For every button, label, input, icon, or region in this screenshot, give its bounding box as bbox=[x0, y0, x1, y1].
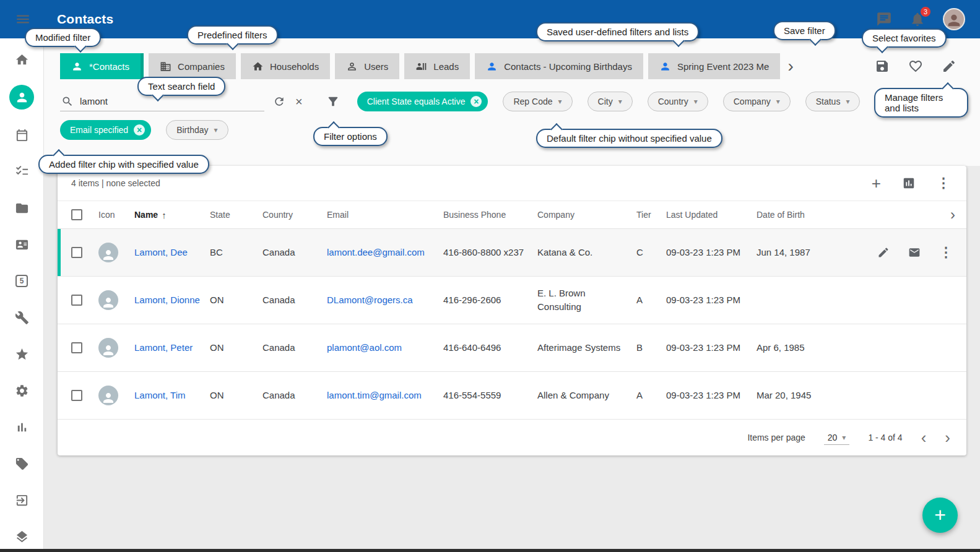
nav-favorites-icon[interactable] bbox=[11, 343, 33, 365]
callout-added-filter-chip: Added filter chip with specified value bbox=[38, 155, 209, 174]
row-email-envelope-icon[interactable] bbox=[908, 246, 921, 259]
chip-label: City bbox=[598, 97, 613, 106]
app-window: Contacts 3 5 bbox=[0, 0, 980, 552]
contact-name-link[interactable]: Lamont, Tim bbox=[134, 390, 186, 400]
chip-remove-icon[interactable]: × bbox=[134, 124, 145, 136]
clear-search-icon[interactable]: × bbox=[295, 95, 303, 108]
field-chip-country[interactable]: Country ▾ bbox=[648, 92, 708, 111]
main-area: *Contacts Companies Households Users Lea… bbox=[44, 38, 980, 549]
applied-chip-client-state[interactable]: Client State equals Active × bbox=[357, 92, 488, 111]
tab-label: *Contacts bbox=[89, 61, 129, 72]
row-checkbox[interactable] bbox=[71, 247, 82, 258]
cell-company: Afterimage Systems bbox=[537, 341, 636, 355]
tab-overflow-chevron-icon[interactable]: › bbox=[787, 58, 793, 75]
nav-settings-icon[interactable] bbox=[11, 379, 33, 402]
list-toolbar-icons: + ⋮ bbox=[872, 175, 953, 191]
contact-name-link[interactable]: Lamont, Peter bbox=[134, 342, 193, 353]
tab-label: Leads bbox=[433, 61, 459, 72]
field-chip-birthday[interactable]: Birthday ▾ bbox=[166, 120, 228, 140]
notifications-bell[interactable]: 3 bbox=[909, 11, 926, 27]
table-row[interactable]: Lamont, Dionne ON Canada DLamont@rogers.… bbox=[58, 277, 966, 324]
cell-dob: Apr 6, 1985 bbox=[757, 341, 849, 355]
contact-email-link[interactable]: lamont.dee@gmail.com bbox=[327, 247, 425, 257]
tab-saved-birthdays[interactable]: Contacts - Upcoming Birthdays bbox=[475, 53, 643, 79]
chat-icon[interactable] bbox=[876, 11, 892, 27]
row-edit-pencil-icon[interactable] bbox=[877, 246, 890, 259]
person-blue-icon bbox=[659, 61, 671, 72]
filter-funnel-icon[interactable] bbox=[326, 95, 340, 108]
menu-icon[interactable] bbox=[15, 11, 31, 27]
contact-name-link[interactable]: Lamont, Dee bbox=[134, 247, 188, 257]
select-all-checkbox[interactable] bbox=[71, 209, 82, 220]
cell-country: Canada bbox=[262, 389, 327, 402]
refresh-icon[interactable] bbox=[273, 95, 285, 108]
callout-modified-filter: Modified filter bbox=[25, 28, 101, 47]
tab-saved-spring-event[interactable]: Spring Event 2023 Me bbox=[648, 53, 780, 79]
row-checkbox[interactable] bbox=[71, 342, 82, 353]
list-kebab-icon[interactable]: ⋮ bbox=[937, 175, 950, 191]
table-row[interactable]: Lamont, Peter ON Canada plamont@aol.com … bbox=[58, 324, 966, 372]
field-chip-company[interactable]: Company ▾ bbox=[723, 92, 791, 111]
prev-page-chevron-icon[interactable]: ‹ bbox=[921, 429, 927, 446]
contact-email-link[interactable]: lamont.tim@gmail.com bbox=[327, 390, 422, 400]
nav-contacts-icon[interactable] bbox=[9, 85, 34, 110]
applied-chip-email[interactable]: Email specified × bbox=[60, 120, 151, 140]
user-avatar[interactable] bbox=[943, 8, 965, 30]
contact-name-link[interactable]: Lamont, Dionne bbox=[134, 295, 200, 305]
col-state: State bbox=[210, 210, 262, 220]
nav-sign-out-icon[interactable] bbox=[11, 489, 33, 511]
nav-tools-icon[interactable] bbox=[11, 306, 33, 329]
contact-avatar bbox=[98, 243, 118, 262]
nav-address-book-icon[interactable] bbox=[11, 233, 33, 256]
page-size-select[interactable]: 20 ▾ bbox=[824, 431, 850, 445]
table-row[interactable]: Lamont, Dee BC Canada lamont.dee@gmail.c… bbox=[58, 229, 966, 277]
cell-country: Canada bbox=[262, 341, 327, 355]
contact-email-link[interactable]: plamont@aol.com bbox=[327, 342, 402, 353]
col-email: Email bbox=[327, 210, 443, 220]
nav-opportunities-icon[interactable]: 5 bbox=[11, 270, 33, 292]
add-contact-fab[interactable]: + bbox=[922, 498, 958, 533]
nav-layers-icon[interactable] bbox=[11, 525, 33, 548]
nav-reports-icon[interactable] bbox=[11, 416, 33, 438]
home-icon bbox=[252, 61, 264, 72]
insights-chart-icon[interactable] bbox=[902, 176, 916, 190]
field-chip-status[interactable]: Status ▾ bbox=[805, 92, 861, 111]
content-area: 4 items | none selected + ⋮ Icon Name↑ S… bbox=[44, 166, 980, 549]
nav-calendar-icon[interactable] bbox=[11, 124, 33, 146]
nav-home-icon[interactable] bbox=[11, 48, 33, 71]
manage-filters-pencil-button[interactable] bbox=[942, 59, 956, 74]
add-column-icon[interactable]: + bbox=[872, 175, 881, 191]
contact-email-link[interactable]: DLamont@rogers.ca bbox=[327, 295, 413, 305]
nav-tasks-icon[interactable] bbox=[11, 160, 33, 183]
callout-saved-filters: Saved user-defined filters and lists bbox=[536, 22, 699, 41]
tab-contacts[interactable]: *Contacts bbox=[60, 53, 144, 79]
tab-leads[interactable]: Leads bbox=[404, 53, 470, 79]
next-page-chevron-icon[interactable]: › bbox=[945, 429, 950, 446]
row-kebab-icon[interactable]: ⋮ bbox=[939, 244, 953, 261]
cell-dob: Mar 20, 1945 bbox=[757, 389, 849, 402]
field-chip-rep-code[interactable]: Rep Code ▾ bbox=[503, 92, 572, 111]
tab-users[interactable]: Users bbox=[335, 53, 399, 79]
callout-predefined-filters: Predefined filters bbox=[187, 25, 278, 45]
row-checkbox[interactable] bbox=[71, 390, 82, 401]
topbar-actions: 3 bbox=[876, 8, 965, 30]
chip-remove-icon[interactable]: × bbox=[470, 96, 482, 107]
save-filter-button[interactable] bbox=[875, 59, 890, 74]
favorites-heart-button[interactable] bbox=[908, 59, 923, 74]
five-glyph: 5 bbox=[15, 275, 28, 287]
field-chip-city[interactable]: City ▾ bbox=[588, 92, 633, 111]
nav-tags-icon[interactable] bbox=[11, 452, 33, 475]
tab-companies[interactable]: Companies bbox=[149, 53, 236, 79]
col-dob: Date of Birth bbox=[757, 210, 849, 220]
page-title: Contacts bbox=[57, 12, 113, 27]
expand-columns-chevron-icon[interactable]: › bbox=[950, 206, 960, 223]
contact-avatar bbox=[98, 338, 118, 358]
table-row[interactable]: Lamont, Tim ON Canada lamont.tim@gmail.c… bbox=[58, 372, 966, 420]
nav-files-icon[interactable] bbox=[11, 197, 33, 219]
search-input[interactable] bbox=[80, 96, 263, 106]
row-checkbox[interactable] bbox=[71, 295, 82, 306]
tab-households[interactable]: Households bbox=[241, 53, 330, 79]
col-name[interactable]: Name↑ bbox=[134, 210, 210, 220]
chevron-down-icon: ▾ bbox=[618, 98, 622, 105]
col-icon: Icon bbox=[98, 210, 134, 220]
